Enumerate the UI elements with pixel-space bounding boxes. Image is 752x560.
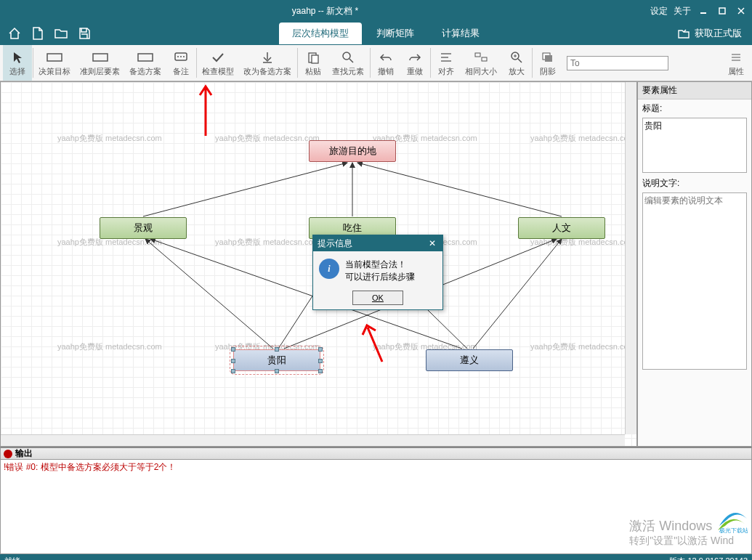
tab-judgment-matrix[interactable]: 判断矩阵 xyxy=(363,23,427,44)
check-icon xyxy=(211,49,225,65)
tool-note[interactable]: 备注 xyxy=(166,45,195,81)
tab-results[interactable]: 计算结果 xyxy=(429,23,493,44)
output-header-label: 输出 xyxy=(15,447,33,460)
svg-rect-6 xyxy=(138,54,153,61)
tool-decision-goal[interactable]: 决策目标 xyxy=(34,45,76,81)
svg-line-24 xyxy=(518,59,522,62)
app-title: yaahp -- 新文档 * xyxy=(0,5,650,17)
svg-line-32 xyxy=(357,163,562,216)
node-criteria-2[interactable]: 人文 xyxy=(518,217,605,239)
red-arrow-annotation xyxy=(193,82,222,140)
resize-handle[interactable] xyxy=(275,347,279,352)
resize-handle[interactable] xyxy=(231,359,235,363)
properties-panel: 要素属性 标题: 贵阳 说明文字: xyxy=(637,81,752,447)
redo-icon xyxy=(408,49,421,65)
node-alternative-0[interactable]: 贵阳 xyxy=(233,349,320,371)
properties-icon xyxy=(730,49,742,65)
resize-handle[interactable] xyxy=(318,347,323,352)
tab-hierarchy-model[interactable]: 层次结构模型 xyxy=(279,23,362,44)
output-line: !错误 #0: 模型中备选方案必须大于等于2个！ xyxy=(4,461,748,474)
svg-rect-19 xyxy=(475,53,480,57)
minimize-button[interactable] xyxy=(697,4,710,17)
dialog-close-button[interactable]: ✕ xyxy=(426,238,438,248)
tool-find-element[interactable]: 查找元素 xyxy=(328,45,369,81)
status-bar: 就绪 版本 12.9.8167.29143 xyxy=(0,554,752,560)
svg-point-14 xyxy=(343,52,350,60)
save-icon[interactable] xyxy=(74,24,94,43)
open-file-icon[interactable] xyxy=(51,24,71,43)
tool-change-to-alternative[interactable]: 改为备选方案 xyxy=(239,45,296,81)
svg-line-15 xyxy=(349,59,353,62)
svg-rect-5 xyxy=(93,54,108,61)
svg-rect-4 xyxy=(47,54,62,61)
resize-handle[interactable] xyxy=(231,369,235,373)
tool-zoom[interactable]: 放大 xyxy=(502,45,531,81)
new-file-icon[interactable] xyxy=(28,24,48,43)
tool-alternative[interactable]: 备选方案 xyxy=(125,45,166,81)
node-goal[interactable]: 旅游目的地 xyxy=(309,140,396,162)
status-ready: 就绪 xyxy=(4,556,20,561)
dialog-title-bar[interactable]: 提示信息 ✕ xyxy=(313,235,442,251)
alt-rect-icon xyxy=(137,49,153,65)
tool-align[interactable]: 对齐 xyxy=(432,45,461,81)
svg-line-30 xyxy=(143,163,347,216)
desc-field-label: 说明文字: xyxy=(638,174,751,191)
goal-rect-icon xyxy=(47,49,62,65)
settings-link[interactable]: 设定 xyxy=(650,5,668,17)
dialog-ok-button[interactable]: OK xyxy=(352,291,403,305)
ribbon-toolbar: 选择 决策目标 准则层要素 备选方案 备注 检查模型 改为备选方案 粘贴 查找元… xyxy=(0,45,752,81)
info-icon: i xyxy=(319,259,339,279)
svg-line-33 xyxy=(145,239,273,349)
resize-handle[interactable] xyxy=(318,359,323,363)
to-input-wrap xyxy=(567,56,668,70)
criteria-rect-icon xyxy=(92,49,108,65)
svg-rect-1 xyxy=(719,8,725,14)
tool-check-model[interactable]: 检查模型 xyxy=(198,45,239,81)
tool-same-size[interactable]: 相同大小 xyxy=(461,45,502,81)
svg-point-10 xyxy=(183,56,185,57)
about-link[interactable]: 关于 xyxy=(674,5,691,17)
get-full-version-label: 获取正式版 xyxy=(695,27,742,40)
home-icon[interactable] xyxy=(4,24,25,43)
error-bullet-icon xyxy=(4,450,12,458)
same-size-icon xyxy=(474,49,488,65)
tool-paste[interactable]: 粘贴 xyxy=(299,45,328,81)
get-full-version-button[interactable]: 获取正式版 xyxy=(677,27,748,40)
maximize-button[interactable] xyxy=(716,4,729,17)
red-arrow-annotation xyxy=(357,322,393,365)
svg-point-9 xyxy=(180,56,182,57)
svg-point-8 xyxy=(177,56,179,57)
svg-line-38 xyxy=(473,239,562,349)
desc-field[interactable] xyxy=(642,192,747,370)
jiguang-logo-icon: 极光下载站 xyxy=(715,508,750,533)
paste-icon xyxy=(307,49,320,65)
align-icon xyxy=(440,49,453,65)
down-arrow-icon xyxy=(262,49,273,65)
tool-select[interactable]: 选择 xyxy=(3,45,32,81)
to-input[interactable] xyxy=(567,56,668,70)
dialog-message: 当前模型合法！ 可以进行后续步骤 xyxy=(345,259,415,283)
resize-handle[interactable] xyxy=(318,369,323,373)
tool-undo[interactable]: 撤销 xyxy=(371,45,400,81)
title-bar: yaahp -- 新文档 * 设定 关于 xyxy=(0,0,752,22)
shadow-icon xyxy=(541,49,554,65)
tool-criteria-element[interactable]: 准则层要素 xyxy=(76,45,125,81)
tool-shadow[interactable]: 阴影 xyxy=(533,45,562,81)
resize-handle[interactable] xyxy=(231,347,235,352)
info-dialog: 提示信息 ✕ i 当前模型合法！ 可以进行后续步骤 OK xyxy=(312,235,443,310)
resize-handle[interactable] xyxy=(275,369,279,373)
status-version: 版本 12.9.8167.29143 xyxy=(669,556,748,561)
tool-properties[interactable]: 属性 xyxy=(724,45,749,81)
title-field-label: 标题: xyxy=(638,100,751,116)
title-field[interactable]: 贵阳 xyxy=(642,118,747,173)
quick-toolbar: 层次结构模型 判断矩阵 计算结果 获取正式版 xyxy=(0,22,752,45)
undo-icon xyxy=(379,49,392,65)
tool-redo[interactable]: 重做 xyxy=(400,45,429,81)
node-criteria-0[interactable]: 景观 xyxy=(100,217,187,239)
node-alternative-1[interactable]: 遵义 xyxy=(426,349,513,371)
svg-text:极光下载站: 极光下载站 xyxy=(719,527,748,533)
dialog-title: 提示信息 xyxy=(318,238,352,250)
close-button[interactable] xyxy=(735,4,748,17)
properties-panel-header: 要素属性 xyxy=(638,82,751,100)
output-panel-header[interactable]: 输出 xyxy=(0,447,752,460)
